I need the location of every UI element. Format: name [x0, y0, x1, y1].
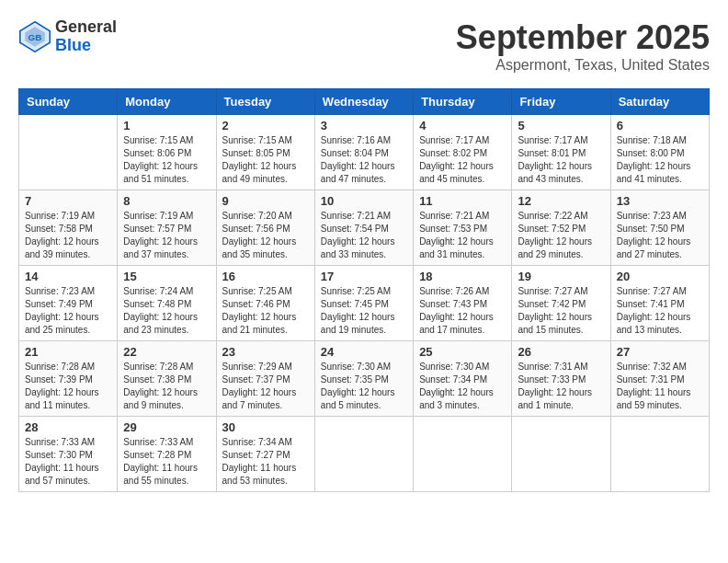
day-number: 15: [123, 270, 210, 283]
calendar-cell: 5Sunrise: 7:17 AMSunset: 8:01 PMDaylight…: [512, 115, 610, 190]
weekday-header-tuesday: Tuesday: [216, 89, 314, 115]
day-number: 6: [617, 119, 703, 132]
calendar-cell: 25Sunrise: 7:30 AMSunset: 7:34 PMDayligh…: [414, 341, 512, 417]
calendar-cell: 28Sunrise: 7:33 AMSunset: 7:30 PMDayligh…: [19, 417, 118, 492]
logo: GB General Blue: [18, 18, 117, 55]
day-info: Sunrise: 7:15 AMSunset: 8:05 PMDaylight:…: [222, 134, 309, 186]
month-title: September 2025: [456, 18, 710, 57]
calendar-cell: 13Sunrise: 7:23 AMSunset: 7:50 PMDayligh…: [610, 190, 709, 266]
day-info: Sunrise: 7:25 AMSunset: 7:46 PMDaylight:…: [222, 285, 309, 337]
calendar-cell: 1Sunrise: 7:15 AMSunset: 8:06 PMDaylight…: [118, 115, 216, 190]
day-info: Sunrise: 7:18 AMSunset: 8:00 PMDaylight:…: [617, 134, 703, 186]
calendar-cell: 21Sunrise: 7:28 AMSunset: 7:39 PMDayligh…: [19, 341, 118, 417]
weekday-header-thursday: Thursday: [414, 89, 512, 115]
day-info: Sunrise: 7:31 AMSunset: 7:33 PMDaylight:…: [518, 361, 604, 412]
calendar-cell: 11Sunrise: 7:21 AMSunset: 7:53 PMDayligh…: [414, 190, 512, 266]
day-number: 22: [123, 345, 210, 359]
page-header: GB General Blue September 2025 Aspermont…: [18, 18, 710, 74]
day-info: Sunrise: 7:29 AMSunset: 7:37 PMDaylight:…: [222, 361, 309, 412]
day-info: Sunrise: 7:30 AMSunset: 7:35 PMDaylight:…: [321, 361, 407, 412]
day-info: Sunrise: 7:22 AMSunset: 7:52 PMDaylight:…: [518, 210, 604, 261]
day-number: 30: [222, 420, 309, 434]
day-number: 16: [222, 270, 309, 283]
day-info: Sunrise: 7:16 AMSunset: 8:04 PMDaylight:…: [321, 134, 407, 186]
calendar-cell: 24Sunrise: 7:30 AMSunset: 7:35 PMDayligh…: [314, 341, 413, 417]
day-number: 18: [419, 270, 506, 283]
logo-general: General: [55, 18, 117, 37]
svg-text:GB: GB: [28, 31, 42, 41]
calendar-cell: 3Sunrise: 7:16 AMSunset: 8:04 PMDaylight…: [314, 115, 413, 190]
day-info: Sunrise: 7:24 AMSunset: 7:48 PMDaylight:…: [123, 285, 210, 337]
calendar-cell: [414, 417, 512, 492]
day-number: 13: [617, 194, 703, 208]
day-number: 28: [25, 420, 111, 434]
day-number: 2: [222, 119, 309, 132]
calendar-cell: 6Sunrise: 7:18 AMSunset: 8:00 PMDaylight…: [610, 115, 709, 190]
weekday-header-wednesday: Wednesday: [314, 89, 413, 115]
day-number: 4: [419, 119, 506, 132]
weekday-header-monday: Monday: [118, 89, 216, 115]
day-number: 3: [321, 119, 407, 132]
day-info: Sunrise: 7:32 AMSunset: 7:31 PMDaylight:…: [617, 361, 703, 412]
day-info: Sunrise: 7:33 AMSunset: 7:28 PMDaylight:…: [123, 436, 210, 488]
calendar-cell: 12Sunrise: 7:22 AMSunset: 7:52 PMDayligh…: [512, 190, 610, 266]
day-info: Sunrise: 7:19 AMSunset: 7:58 PMDaylight:…: [25, 210, 111, 261]
weekday-header-friday: Friday: [512, 89, 610, 115]
calendar-cell: [314, 417, 413, 492]
calendar-cell: 4Sunrise: 7:17 AMSunset: 8:02 PMDaylight…: [414, 115, 512, 190]
logo-text: General Blue: [55, 18, 117, 55]
week-row-5: 28Sunrise: 7:33 AMSunset: 7:30 PMDayligh…: [19, 417, 710, 492]
day-number: 21: [25, 345, 111, 359]
day-info: Sunrise: 7:17 AMSunset: 8:01 PMDaylight:…: [518, 134, 604, 186]
day-info: Sunrise: 7:28 AMSunset: 7:38 PMDaylight:…: [123, 361, 210, 412]
day-info: Sunrise: 7:27 AMSunset: 7:41 PMDaylight:…: [617, 285, 703, 337]
calendar-cell: [610, 417, 709, 492]
day-number: 12: [518, 194, 604, 208]
week-row-1: 1Sunrise: 7:15 AMSunset: 8:06 PMDaylight…: [19, 115, 710, 190]
week-row-2: 7Sunrise: 7:19 AMSunset: 7:58 PMDaylight…: [19, 190, 710, 266]
day-info: Sunrise: 7:17 AMSunset: 8:02 PMDaylight:…: [419, 134, 506, 186]
week-row-3: 14Sunrise: 7:23 AMSunset: 7:49 PMDayligh…: [19, 266, 710, 341]
calendar-cell: [19, 115, 118, 190]
calendar-cell: 7Sunrise: 7:19 AMSunset: 7:58 PMDaylight…: [19, 190, 118, 266]
day-number: 29: [123, 420, 210, 434]
day-info: Sunrise: 7:15 AMSunset: 8:06 PMDaylight:…: [123, 134, 210, 186]
calendar-cell: 30Sunrise: 7:34 AMSunset: 7:27 PMDayligh…: [216, 417, 314, 492]
logo-icon: GB: [18, 20, 51, 53]
calendar-cell: 14Sunrise: 7:23 AMSunset: 7:49 PMDayligh…: [19, 266, 118, 341]
day-info: Sunrise: 7:20 AMSunset: 7:56 PMDaylight:…: [222, 210, 309, 261]
title-section: September 2025 Aspermont, Texas, United …: [456, 18, 710, 74]
location: Aspermont, Texas, United States: [456, 57, 710, 74]
day-number: 26: [518, 345, 604, 359]
weekday-header-saturday: Saturday: [610, 89, 709, 115]
day-number: 11: [419, 194, 506, 208]
calendar-cell: 18Sunrise: 7:26 AMSunset: 7:43 PMDayligh…: [414, 266, 512, 341]
calendar-cell: 29Sunrise: 7:33 AMSunset: 7:28 PMDayligh…: [118, 417, 216, 492]
weekday-header-sunday: Sunday: [19, 89, 118, 115]
logo-blue: Blue: [55, 37, 117, 55]
day-number: 9: [222, 194, 309, 208]
calendar-cell: 17Sunrise: 7:25 AMSunset: 7:45 PMDayligh…: [314, 266, 413, 341]
calendar-cell: 23Sunrise: 7:29 AMSunset: 7:37 PMDayligh…: [216, 341, 314, 417]
day-number: 1: [123, 119, 210, 132]
calendar-cell: 10Sunrise: 7:21 AMSunset: 7:54 PMDayligh…: [314, 190, 413, 266]
day-info: Sunrise: 7:23 AMSunset: 7:50 PMDaylight:…: [617, 210, 703, 261]
day-info: Sunrise: 7:23 AMSunset: 7:49 PMDaylight:…: [25, 285, 111, 337]
day-number: 17: [321, 270, 407, 283]
calendar-cell: 15Sunrise: 7:24 AMSunset: 7:48 PMDayligh…: [118, 266, 216, 341]
day-info: Sunrise: 7:19 AMSunset: 7:57 PMDaylight:…: [123, 210, 210, 261]
calendar-cell: 16Sunrise: 7:25 AMSunset: 7:46 PMDayligh…: [216, 266, 314, 341]
calendar-cell: 8Sunrise: 7:19 AMSunset: 7:57 PMDaylight…: [118, 190, 216, 266]
day-info: Sunrise: 7:30 AMSunset: 7:34 PMDaylight:…: [419, 361, 506, 412]
calendar-cell: 2Sunrise: 7:15 AMSunset: 8:05 PMDaylight…: [216, 115, 314, 190]
day-number: 23: [222, 345, 309, 359]
calendar: SundayMondayTuesdayWednesdayThursdayFrid…: [18, 88, 710, 492]
day-number: 19: [518, 270, 604, 283]
day-number: 20: [617, 270, 703, 283]
day-info: Sunrise: 7:33 AMSunset: 7:30 PMDaylight:…: [25, 436, 111, 488]
day-number: 5: [518, 119, 604, 132]
day-number: 24: [321, 345, 407, 359]
calendar-cell: 9Sunrise: 7:20 AMSunset: 7:56 PMDaylight…: [216, 190, 314, 266]
day-info: Sunrise: 7:26 AMSunset: 7:43 PMDaylight:…: [419, 285, 506, 337]
calendar-cell: [512, 417, 610, 492]
